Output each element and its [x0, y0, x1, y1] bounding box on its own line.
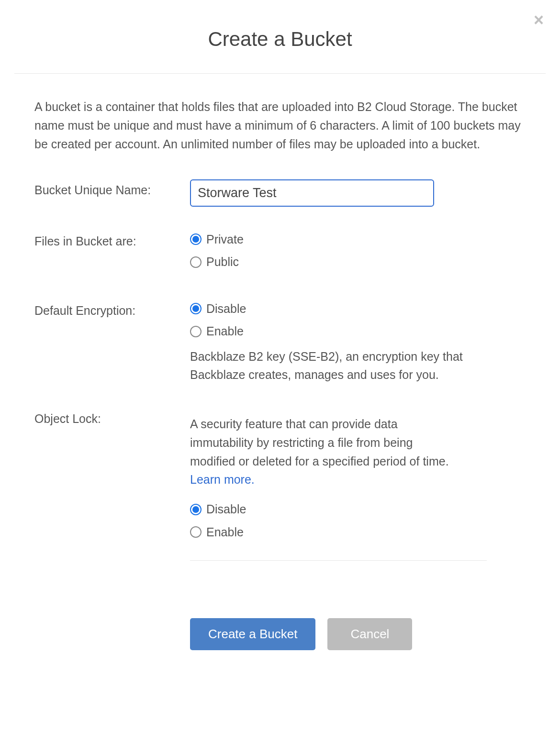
privacy-private-label: Private	[206, 231, 244, 249]
encryption-enable-label: Enable	[206, 322, 244, 341]
modal-description: A bucket is a container that holds files…	[34, 98, 526, 153]
object-lock-disable-option[interactable]: Disable	[190, 500, 526, 519]
object-lock-learn-more-link[interactable]: Learn more.	[190, 473, 255, 486]
button-row: Create a Bucket Cancel	[190, 618, 526, 650]
object-lock-disable-label: Disable	[206, 500, 246, 519]
encryption-row: Default Encryption: Disable Enable Backb…	[34, 300, 526, 385]
cancel-button[interactable]: Cancel	[327, 618, 412, 650]
object-lock-enable-radio[interactable]	[190, 526, 202, 538]
privacy-private-radio[interactable]	[190, 233, 202, 245]
bucket-name-input[interactable]	[190, 179, 434, 206]
object-lock-disable-radio[interactable]	[190, 504, 202, 515]
privacy-public-option[interactable]: Public	[190, 253, 526, 271]
modal-title: Create a Bucket	[0, 14, 560, 73]
object-lock-row: Object Lock: A security feature that can…	[34, 408, 526, 561]
privacy-private-option[interactable]: Private	[190, 231, 526, 249]
object-lock-divider	[190, 560, 487, 561]
object-lock-enable-option[interactable]: Enable	[190, 523, 526, 542]
object-lock-label: Object Lock:	[34, 408, 190, 428]
create-bucket-button[interactable]: Create a Bucket	[190, 618, 315, 650]
encryption-disable-label: Disable	[206, 300, 246, 318]
create-bucket-modal: × Create a Bucket A bucket is a containe…	[0, 0, 560, 679]
files-privacy-row: Files in Bucket are: Private Public	[34, 231, 526, 276]
files-privacy-label: Files in Bucket are:	[34, 231, 190, 251]
encryption-disable-radio[interactable]	[190, 303, 202, 314]
encryption-enable-option[interactable]: Enable	[190, 322, 526, 341]
privacy-public-label: Public	[206, 253, 239, 271]
encryption-disable-option[interactable]: Disable	[190, 300, 526, 318]
bucket-name-row: Bucket Unique Name:	[34, 179, 526, 206]
header-divider	[14, 73, 546, 74]
close-icon[interactable]: ×	[534, 11, 544, 29]
bucket-name-label: Bucket Unique Name:	[34, 179, 190, 200]
object-lock-desc-text: A security feature that can provide data…	[190, 417, 449, 468]
privacy-public-radio[interactable]	[190, 256, 202, 268]
modal-content: A bucket is a container that holds files…	[0, 98, 560, 650]
encryption-enable-radio[interactable]	[190, 326, 202, 337]
object-lock-enable-label: Enable	[206, 523, 244, 542]
object-lock-description: A security feature that can provide data…	[190, 415, 458, 489]
encryption-label: Default Encryption:	[34, 300, 190, 320]
encryption-helper-text: Backblaze B2 key (SSE-B2), an encryption…	[190, 347, 487, 385]
